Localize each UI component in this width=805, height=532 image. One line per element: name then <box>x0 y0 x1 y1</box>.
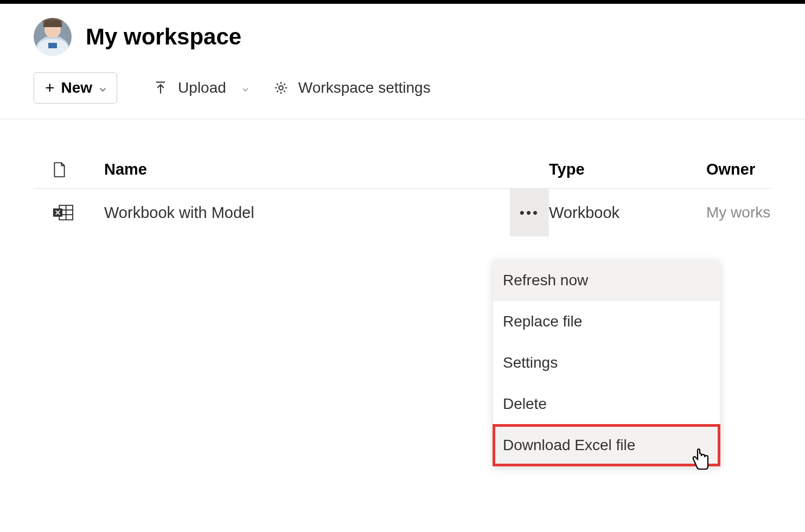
column-type-header[interactable]: Type <box>549 161 706 178</box>
workspace-title: My workspace <box>86 24 241 50</box>
row-icon-cell <box>34 203 104 222</box>
column-name-header[interactable]: Name <box>104 161 549 178</box>
menu-item-settings[interactable]: Settings <box>493 342 720 383</box>
excel-workbook-icon <box>52 203 74 222</box>
upload-button[interactable]: Upload ⌵ <box>153 79 248 97</box>
svg-point-2 <box>279 86 283 89</box>
avatar <box>34 18 72 56</box>
settings-label: Workspace settings <box>298 79 431 97</box>
new-button[interactable]: + New ⌵ <box>34 72 117 104</box>
chevron-down-icon: ⌵ <box>242 82 248 94</box>
table-header: Name Type Owner <box>34 151 771 189</box>
workspace-settings-button[interactable]: Workspace settings <box>273 79 431 97</box>
toolbar: + New ⌵ Upload ⌵ Workspace settings <box>0 56 805 119</box>
more-options-button[interactable]: ••• <box>510 189 549 236</box>
upload-label: Upload <box>178 79 226 97</box>
menu-item-replace-file[interactable]: Replace file <box>493 301 720 342</box>
new-button-label: New <box>61 79 93 97</box>
menu-item-refresh-now[interactable]: Refresh now <box>493 260 720 301</box>
workspace-header: My workspace <box>0 4 805 56</box>
chevron-down-icon: ⌵ <box>100 82 106 94</box>
plus-icon: + <box>45 80 55 96</box>
content-table: Name Type Owner Workbook with Model ••• … <box>0 151 805 236</box>
upload-icon <box>153 80 168 95</box>
table-row[interactable]: Workbook with Model ••• Workbook My work… <box>34 189 771 236</box>
document-icon <box>52 162 66 178</box>
row-name: Workbook with Model <box>104 204 549 222</box>
gear-icon <box>273 80 289 95</box>
row-owner: My workspace <box>706 204 771 221</box>
more-dots-icon: ••• <box>520 206 539 220</box>
menu-item-download-excel-file[interactable]: Download Excel file <box>493 425 720 466</box>
column-icon-header[interactable] <box>34 162 104 178</box>
row-type: Workbook <box>549 204 706 222</box>
context-menu: Refresh now Replace file Settings Delete… <box>493 260 720 466</box>
menu-item-delete[interactable]: Delete <box>493 383 720 425</box>
column-owner-header[interactable]: Owner <box>706 161 771 178</box>
